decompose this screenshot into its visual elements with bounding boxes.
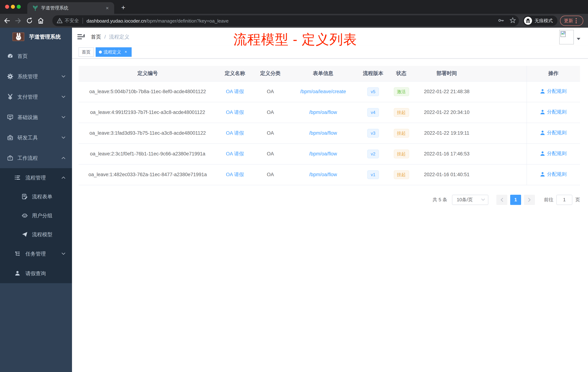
macos-zoom-button[interactable]: [17, 5, 21, 9]
form-info-link[interactable]: /bpm/oa/flow: [309, 130, 337, 136]
chrome-update-button[interactable]: 更新: [560, 16, 583, 26]
assign-rule-link[interactable]: 分配规则: [540, 88, 567, 95]
home-icon[interactable]: [37, 17, 44, 24]
definition-name-link[interactable]: OA 请假: [226, 130, 244, 136]
tag-home[interactable]: 首页: [79, 47, 94, 57]
stream-icon: [15, 175, 20, 181]
status-tag: 挂起: [394, 170, 409, 179]
page-size-select[interactable]: 10条/页: [452, 195, 488, 205]
cell-definition-id: oa_leave:5:004b710b-7b8a-11ec-8ef0-acde4…: [79, 81, 217, 102]
assign-rule-link[interactable]: 分配规则: [540, 130, 567, 136]
version-tag: v5: [367, 87, 379, 96]
chevron-down-icon: [62, 75, 65, 78]
password-key-icon[interactable]: [498, 17, 504, 24]
user-icon: [540, 172, 545, 177]
form-info-link[interactable]: /bpm/oa/flow: [309, 151, 337, 156]
new-tab-button[interactable]: +: [118, 3, 128, 12]
user-avatar[interactable]: [559, 30, 574, 44]
status-tag: 挂起: [394, 129, 409, 137]
form-info-link[interactable]: /bpm/oa/flow: [309, 172, 337, 177]
chevron-left-icon: [500, 197, 503, 202]
workflow-submenu: 流程管理 流程表单 用户分组: [0, 168, 72, 283]
sidebar-item-system[interactable]: 系统管理: [0, 66, 72, 87]
sidebar-item-leave-query[interactable]: 请假查询: [0, 263, 72, 283]
page-url[interactable]: dashboard.yudao.iocoder.cn/bpm/manager/d…: [86, 18, 229, 23]
sidebar-item-user-group[interactable]: 用户分组: [0, 206, 72, 225]
chevron-down-icon: [62, 116, 65, 119]
sidebar-item-label: 任务管理: [25, 244, 46, 263]
browser-menu-icon[interactable]: [576, 18, 577, 23]
user-icon: [540, 109, 545, 115]
sidebar-item-label: 用户分组: [32, 206, 52, 225]
sidebar-item-payment[interactable]: 支付管理: [0, 87, 72, 107]
macos-close-button[interactable]: [5, 5, 9, 9]
definition-name-link[interactable]: OA 请假: [226, 151, 244, 156]
tag-process-definition[interactable]: 流程定义 ×: [96, 47, 132, 57]
sidebar-item-dev-tools[interactable]: 研发工具: [0, 127, 72, 148]
chevron-right-icon: [528, 197, 531, 202]
incognito-label: 无痕模式: [535, 18, 553, 24]
browser-window: 芋道管理系统 × + 不安全 dashboard.yudao.iocoder.c…: [0, 0, 588, 372]
definition-name-link[interactable]: OA 请假: [226, 172, 244, 177]
cell-deploy-time: 2022-01-16 01:40:51: [415, 164, 479, 185]
page-number-1[interactable]: 1: [510, 195, 521, 205]
browser-tab[interactable]: 芋道管理系统 ×: [27, 2, 114, 14]
pagination: 共 5 条 10条/页 1 前往 页: [79, 195, 580, 205]
assign-rule-link[interactable]: 分配规则: [540, 150, 567, 157]
cell-filler: [479, 123, 526, 143]
table-row: oa_leave:2:3c1f0ef1-76b1-11ec-9c66-a2380…: [79, 143, 580, 164]
cell-category: OA: [253, 81, 288, 102]
sidebar-item-label: 工作流程: [17, 148, 38, 168]
table-row: oa_leave:3:1fad3d93-7b75-11ec-a3c8-acde4…: [79, 123, 580, 143]
definition-name-link[interactable]: OA 请假: [226, 109, 244, 115]
table-body: oa_leave:5:004b710b-7b8a-11ec-8ef0-acde4…: [79, 81, 580, 185]
robot-icon: [22, 213, 28, 219]
tab-close-icon[interactable]: ×: [104, 5, 111, 11]
sidebar-item-label: 系统管理: [17, 66, 38, 87]
sidebar-item-process-form[interactable]: 流程表单: [0, 187, 72, 206]
briefcase-icon: [7, 155, 13, 161]
col-filler: [479, 66, 526, 81]
sidebar-item-home[interactable]: 首页: [0, 46, 72, 66]
bookmark-star-icon[interactable]: [509, 17, 516, 24]
avatar-caret-icon[interactable]: [577, 38, 580, 40]
form-info-link[interactable]: /bpm/oa/flow: [309, 109, 337, 115]
sidebar-item-label: 研发工具: [17, 127, 38, 148]
back-icon[interactable]: [4, 17, 10, 24]
security-chip-label[interactable]: 不安全: [65, 17, 79, 24]
browser-toolbar: 不安全 dashboard.yudao.iocoder.cn/bpm/manag…: [0, 14, 588, 28]
assign-rule-link[interactable]: 分配规则: [540, 171, 567, 178]
assign-rule-link[interactable]: 分配规则: [540, 109, 567, 115]
not-secure-warning-icon[interactable]: [57, 18, 63, 24]
sidebar-item-task-management[interactable]: 任务管理: [0, 244, 72, 263]
cell-deploy-time: 2022-01-16 17:46:53: [415, 143, 479, 164]
reload-icon[interactable]: [26, 17, 33, 24]
sidebar-item-process-model[interactable]: 流程模型: [0, 225, 72, 244]
update-label: 更新: [564, 18, 573, 24]
address-divider: [83, 18, 83, 24]
goto-page-input[interactable]: [556, 195, 572, 205]
address-bar[interactable]: 不安全 dashboard.yudao.iocoder.cn/bpm/manag…: [52, 15, 519, 26]
sidebar-item-label: 支付管理: [17, 87, 38, 107]
col-definition-category: 定义分类: [253, 66, 288, 81]
prev-page-button[interactable]: [496, 195, 507, 205]
incognito-icon: [524, 17, 532, 25]
form-info-link[interactable]: /bpm/oa/leave/create: [300, 89, 346, 94]
forward-icon[interactable]: [15, 17, 21, 24]
sidebar-item-infrastructure[interactable]: 基础设施: [0, 107, 72, 127]
sidebar-item-label: 首页: [17, 46, 28, 66]
page-unit-label: 页: [575, 196, 580, 203]
tree-icon: [15, 251, 20, 257]
tag-close-icon[interactable]: ×: [123, 50, 128, 55]
sidebar-item-workflow[interactable]: 工作流程: [0, 148, 72, 168]
sidebar-logo[interactable]: 芋道管理系统: [0, 28, 72, 46]
sidebar-collapse-icon[interactable]: [77, 33, 85, 40]
breadcrumb-home[interactable]: 首页: [91, 34, 101, 40]
cell-filler: [479, 102, 526, 123]
next-page-button[interactable]: [524, 195, 535, 205]
cell-category: OA: [253, 143, 288, 164]
sidebar-item-process-management[interactable]: 流程管理: [0, 168, 72, 187]
macos-minimize-button[interactable]: [11, 5, 15, 9]
cell-filler: [479, 143, 526, 164]
definition-name-link[interactable]: OA 请假: [226, 89, 244, 94]
